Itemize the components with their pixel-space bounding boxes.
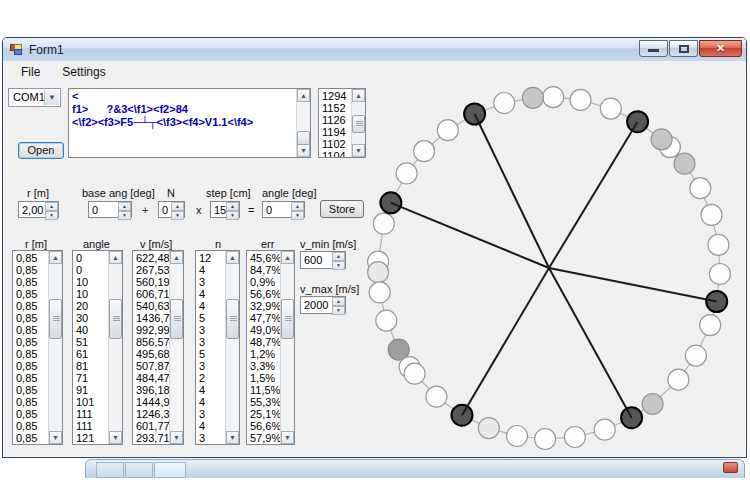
list-item[interactable]: 71 xyxy=(73,372,108,384)
minimize-button[interactable] xyxy=(639,40,668,57)
list-item[interactable]: 3 xyxy=(196,432,225,444)
list-item[interactable]: 0,85 xyxy=(13,408,48,420)
scroll-up-icon[interactable]: ▲ xyxy=(109,251,122,264)
titlebar[interactable]: Form1 ✕ xyxy=(3,38,746,61)
list-item[interactable]: 4 xyxy=(196,264,225,276)
r-listbox[interactable]: 0,850,850,850,850,850,850,850,850,850,85… xyxy=(12,250,63,445)
ring-node[interactable] xyxy=(708,234,729,255)
spin-up-icon[interactable]: ▲ xyxy=(118,202,131,211)
list-item[interactable]: 3 xyxy=(196,408,225,420)
list-item[interactable]: 51 xyxy=(73,336,108,348)
scrollbar-thumb[interactable] xyxy=(109,299,122,339)
list-item[interactable]: 0 xyxy=(73,264,108,276)
list-item[interactable]: 56,6% xyxy=(247,288,280,300)
spin-down-icon[interactable]: ▼ xyxy=(332,306,345,315)
list-item[interactable]: 856,57 xyxy=(133,336,169,348)
ring-node[interactable] xyxy=(594,419,615,440)
ring-node[interactable] xyxy=(373,213,394,234)
list-item[interactable]: 4 xyxy=(196,300,225,312)
list-item[interactable]: 1152 xyxy=(319,102,351,114)
list-item[interactable]: 0,85 xyxy=(13,252,48,264)
scroll-up-icon[interactable]: ▲ xyxy=(352,89,365,102)
spin-down-icon[interactable]: ▼ xyxy=(291,211,304,220)
spin-down-icon[interactable]: ▼ xyxy=(45,211,58,220)
scroll-down-icon[interactable]: ▼ xyxy=(352,144,365,157)
ring-node[interactable] xyxy=(600,98,621,119)
list-item[interactable]: 4 xyxy=(196,396,225,408)
list-item[interactable]: 111 xyxy=(73,408,108,420)
list-item[interactable]: 5 xyxy=(196,312,225,324)
list-item[interactable]: 56,6% xyxy=(247,420,280,432)
list-item[interactable]: 1104 xyxy=(319,150,351,158)
maximize-button[interactable] xyxy=(669,40,698,57)
spin-up-icon[interactable]: ▲ xyxy=(332,297,345,306)
list-item[interactable]: 484,47 xyxy=(133,372,169,384)
ring-node[interactable] xyxy=(690,178,711,199)
list-item[interactable]: 0,85 xyxy=(13,288,48,300)
scroll-down-icon[interactable]: ▼ xyxy=(109,431,122,444)
list-item[interactable]: 0,9% xyxy=(247,276,280,288)
vmin-spinner[interactable]: 600 ▲▼ xyxy=(300,251,346,269)
angle-spinner[interactable]: 0 ▲▼ xyxy=(262,201,305,218)
list-item[interactable]: 101 xyxy=(73,396,108,408)
list-item[interactable]: 992,99 xyxy=(133,324,169,336)
base-ang-spinner[interactable]: 0 ▲▼ xyxy=(88,201,132,218)
list-item[interactable]: 84,7% xyxy=(247,264,280,276)
list-item[interactable]: 560,19 xyxy=(133,276,169,288)
list-item[interactable]: 111 xyxy=(73,420,108,432)
list-item[interactable]: 121 xyxy=(73,432,108,444)
n-spinner[interactable]: 0 ▲▼ xyxy=(158,201,185,218)
list-item[interactable]: 5 xyxy=(196,348,225,360)
list-item[interactable]: 1444,9 xyxy=(133,396,169,408)
list-item[interactable]: 48,7% xyxy=(247,336,280,348)
list-item[interactable]: 57,9% xyxy=(247,432,280,444)
ring-node[interactable] xyxy=(376,310,397,331)
list-item[interactable]: 10 xyxy=(73,276,108,288)
spin-up-icon[interactable]: ▲ xyxy=(332,252,345,261)
serial-terminal[interactable]: <f1> ?&3<\f1><f2>84<\f2><f3>F5─┴┬<\f3><f… xyxy=(68,88,311,158)
spin-down-icon[interactable]: ▼ xyxy=(118,211,131,220)
list-item[interactable]: 601,77 xyxy=(133,420,169,432)
ring-node[interactable] xyxy=(404,363,425,384)
ring-node[interactable] xyxy=(651,129,672,150)
close-button[interactable]: ✕ xyxy=(699,40,742,57)
scrollbar-thumb[interactable] xyxy=(170,299,183,339)
ring-node[interactable] xyxy=(535,429,556,450)
ring-node[interactable] xyxy=(437,120,458,141)
list-item[interactable]: 3 xyxy=(196,276,225,288)
step-spinner[interactable]: 15 ▲▼ xyxy=(210,201,240,218)
list-item[interactable]: 4 xyxy=(196,384,225,396)
ring-node[interactable] xyxy=(478,418,499,439)
spin-down-icon[interactable]: ▼ xyxy=(226,211,239,220)
com-port-select[interactable]: COM1 ▼ xyxy=(8,88,61,107)
numbers-scrollbar[interactable]: ▲ ▼ xyxy=(351,89,365,157)
list-item[interactable]: 0,85 xyxy=(13,276,48,288)
list-item[interactable]: 1246,3 xyxy=(133,408,169,420)
list-item[interactable]: 3 xyxy=(196,324,225,336)
list-item[interactable]: 0,85 xyxy=(13,372,48,384)
ring-node-selected[interactable] xyxy=(380,192,401,213)
list-item[interactable]: 0,85 xyxy=(13,264,48,276)
ring-node[interactable] xyxy=(700,315,721,336)
list-item[interactable]: 0,85 xyxy=(13,312,48,324)
list-item[interactable]: 3,3% xyxy=(247,360,280,372)
list-item[interactable]: 49,0% xyxy=(247,324,280,336)
spin-up-icon[interactable]: ▲ xyxy=(45,202,58,211)
scroll-down-icon[interactable]: ▼ xyxy=(297,144,310,157)
scroll-down-icon[interactable]: ▼ xyxy=(281,431,294,444)
list-item[interactable]: 1,5% xyxy=(247,372,280,384)
menu-file[interactable]: File xyxy=(14,62,47,82)
ring-node[interactable] xyxy=(414,141,435,162)
ring-node[interactable] xyxy=(396,163,417,184)
spin-up-icon[interactable]: ▲ xyxy=(226,202,239,211)
list-item[interactable]: 540,63 xyxy=(133,300,169,312)
list-item[interactable]: 396,18 xyxy=(133,384,169,396)
ring-node[interactable] xyxy=(701,204,722,225)
ring-node[interactable] xyxy=(564,427,585,448)
list-item[interactable]: 12 xyxy=(196,252,225,264)
list-item[interactable]: 3 xyxy=(196,336,225,348)
list-item[interactable]: 0 xyxy=(73,252,108,264)
ring-node[interactable] xyxy=(494,93,515,114)
list-item[interactable]: 10 xyxy=(73,288,108,300)
list-item[interactable]: 495,68 xyxy=(133,348,169,360)
